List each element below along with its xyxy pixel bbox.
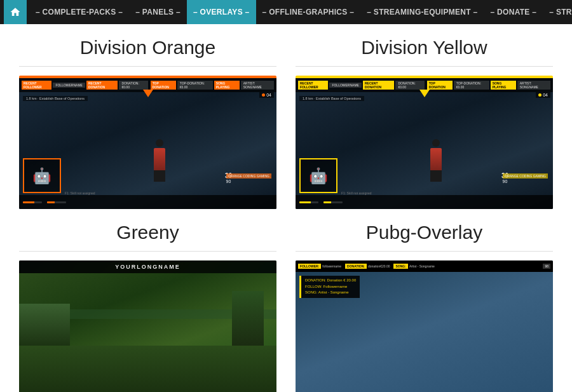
- card-image-division-yellow[interactable]: RECENT FOLLOWER FOLLOWERNAME RECENT DONA…: [296, 76, 553, 209]
- hud-follower-val-orange: FOLLOWERNAME: [53, 83, 85, 88]
- pubg-donation-section: DONATION: donation€20.00: [345, 264, 390, 269]
- hud-song-val-yellow: ARTIST: SONGNAME: [517, 81, 550, 90]
- nav-items-container: – COMPLETE-PACKS – – PANELS – – OVERLAYS…: [29, 0, 572, 24]
- player-area-orange: [140, 139, 179, 190]
- card-title-pubg: Pubg-Overlay: [366, 222, 482, 243]
- corner-badge-yellow: 04: [536, 92, 550, 98]
- dot-orange: [262, 93, 265, 97]
- mini-dark-yellow: 90: [503, 179, 508, 184]
- pubg-follower-val: followername: [322, 264, 341, 268]
- avatar-icon-orange: 🤖: [32, 167, 51, 185]
- stat-item-1-orange: [23, 201, 42, 203]
- divider-pubg: [296, 251, 553, 252]
- hud-top-donation-label-yellow: TOP DONATION: [427, 81, 453, 90]
- hud-donation-val-orange: DONATION: €0.00: [119, 81, 147, 90]
- pubg-song-label: SONG:: [393, 264, 407, 269]
- hud-top-donation-label-orange: TOP DONATION: [151, 81, 176, 90]
- card-division-orange: Division Orange RECENT FOLLOWER FOLLOWER…: [19, 37, 276, 209]
- nav-item-complete-packs[interactable]: – COMPLETE-PACKS –: [29, 0, 129, 24]
- nav-item-overlays[interactable]: – OVERLAYS –: [187, 0, 256, 24]
- card-division-yellow: Division Yellow RECENT FOLLOWER FOLLOWER…: [296, 37, 553, 209]
- hud-song-label-yellow: SONG PLAYING: [491, 81, 516, 90]
- card-pubg: Pubg-Overlay FOLLOWER: followername DONA…: [296, 222, 553, 392]
- divider-yellow: [296, 66, 553, 67]
- stat-bar-fill-orange: [23, 201, 42, 203]
- pubg-song-val: Artist - Songname: [409, 264, 435, 268]
- stat-item-2-yellow: [323, 201, 343, 203]
- nav-item-streaming-equipment[interactable]: – STREAMING-EQUIPMENT –: [360, 0, 484, 24]
- cards-grid: Division Orange RECENT FOLLOWER FOLLOWER…: [19, 37, 553, 392]
- stat-inner2-orange: [47, 201, 55, 203]
- card-image-division-orange[interactable]: RECENT FOLLOWER FOLLOWERNAME RECENT DONA…: [19, 76, 276, 209]
- stat-bar-fill-yellow: [299, 201, 318, 203]
- divider-greeny: [19, 251, 276, 252]
- stat-inner-orange: [23, 201, 34, 203]
- divider-orange: [19, 66, 276, 67]
- player-silhouette-orange: [148, 139, 170, 184]
- player-legs-orange: [154, 170, 165, 182]
- hud-song-val-orange: ARTIST: SONGNAME: [241, 81, 274, 90]
- nav-item-panels[interactable]: – PANELS –: [129, 0, 187, 24]
- hud-recent-donation-label-orange: RECENT DONATION: [86, 81, 118, 90]
- stat-inner2-yellow: [323, 201, 331, 203]
- hud-recent-donation-label-yellow: RECENT DONATION: [363, 81, 394, 90]
- pubg-donation-val: donation€20.00: [368, 264, 390, 268]
- stats-bar-yellow: [296, 195, 553, 209]
- hud-follower-val-yellow: FOLLOWERNAME: [329, 83, 362, 88]
- player-silhouette-yellow: [425, 139, 447, 184]
- player-area-yellow: [417, 139, 455, 190]
- main-content: Division Orange RECENT FOLLOWER FOLLOWER…: [0, 24, 572, 392]
- location-bar-orange: 1.8 km · Establish Base of Operations: [23, 96, 88, 101]
- hud-recent-follower-label-orange: RECENT FOLLOWER: [22, 81, 51, 90]
- badge-num-orange: 04: [266, 93, 271, 97]
- pubg-donation-label: DONATION:: [345, 264, 367, 269]
- player-legs-yellow: [430, 170, 442, 182]
- stat-item-2-orange: [47, 201, 66, 203]
- home-icon: [10, 6, 21, 18]
- stat-bar-fill2-orange: [47, 201, 66, 203]
- avatar-icon-yellow: 🤖: [309, 167, 328, 185]
- stat-inner-yellow: [299, 201, 311, 203]
- dot-yellow: [538, 93, 541, 97]
- card-image-greeny[interactable]: YOURLONGNAME: [19, 260, 276, 392]
- badge-num-yellow: 04: [543, 93, 548, 97]
- nav-item-stream[interactable]: – STREAM –: [543, 0, 572, 24]
- hud-donation-val-yellow: DONATION: €0.00: [395, 81, 424, 90]
- stat-bar-fill2-yellow: [323, 201, 343, 203]
- mini-dark-orange: 90: [226, 179, 231, 184]
- pubg-donation-line2: FOLLOW: Followername: [305, 284, 356, 290]
- card-image-pubg[interactable]: FOLLOWER: followername DONATION: donatio…: [296, 260, 553, 392]
- nav-item-donate[interactable]: – DONATE –: [484, 0, 543, 24]
- greeny-title-bar: YOURLONGNAME: [19, 260, 276, 273]
- hud-recent-follower-label-yellow: RECENT FOLLOWER: [298, 81, 328, 90]
- player-head-yellow: [432, 139, 440, 147]
- hud-top-val-yellow: TOP-DONATION: €0.00: [454, 81, 489, 90]
- avatar-box-yellow: 🤖: [299, 158, 337, 193]
- name-tag-orange: ORANGE CODING GAMING: [226, 173, 271, 179]
- pubg-song-section: SONG: Artist - Songname: [393, 264, 434, 269]
- card-title-greeny: Greeny: [116, 222, 179, 243]
- nav-item-offline-graphics[interactable]: – OFFLINE-GRAPHICS –: [256, 0, 361, 24]
- main-nav: – COMPLETE-PACKS – – PANELS – – OVERLAYS…: [0, 0, 572, 24]
- player-head-orange: [156, 139, 163, 147]
- hud-song-label-orange: SONG PLAYING: [214, 81, 240, 90]
- avatar-box-orange: 🤖: [23, 158, 61, 193]
- stat-item-1-yellow: [299, 201, 318, 203]
- pubg-top-bar: FOLLOWER: followername DONATION: donatio…: [296, 260, 553, 272]
- triangle-indicator-yellow: [419, 90, 430, 97]
- pubg-donation-box: DONATION: Donation € 20.00 FOLLOW: Follo…: [299, 276, 360, 298]
- pubg-follower-label: FOLLOWER:: [298, 264, 321, 269]
- location-bar-yellow: 1.8 km · Establish Base of Operations: [299, 96, 364, 101]
- pubg-donation-line1: DONATION: Donation € 20.00: [305, 278, 356, 284]
- triangle-indicator-orange: [143, 90, 153, 97]
- player-body-yellow: [430, 148, 442, 170]
- name-tag-yellow: ORANGE CODING GAMING: [503, 173, 548, 179]
- greeny-struct2: [232, 291, 264, 348]
- card-greeny: Greeny YOURLONGNAME: [19, 222, 276, 392]
- player-body-orange: [154, 148, 165, 170]
- pubg-follower-section: FOLLOWER: followername: [298, 264, 341, 269]
- nav-home-button[interactable]: [4, 0, 27, 24]
- greeny-scene: [19, 273, 276, 392]
- card-title-division-orange: Division Orange: [80, 37, 215, 58]
- greeny-struct1: [19, 304, 70, 348]
